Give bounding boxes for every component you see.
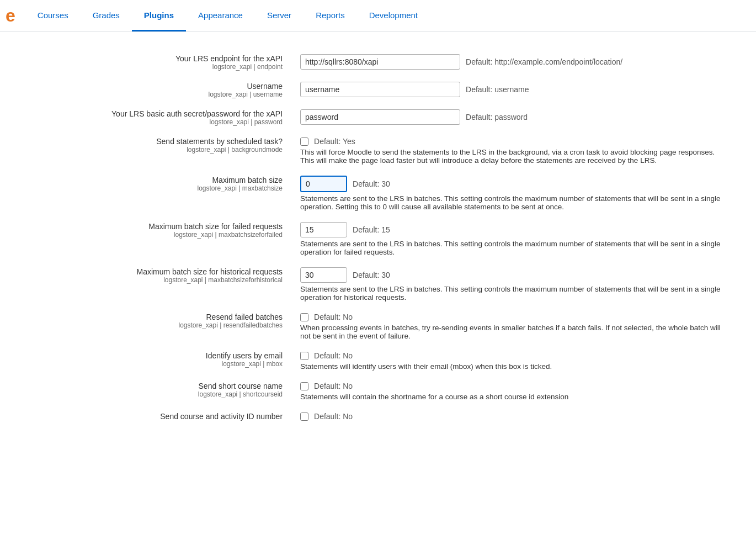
navigation-bar: e Courses Grades Plugins Appearance Serv… [0, 0, 756, 32]
setting-mbox: Identify users by email logstore_xapi | … [22, 346, 734, 376]
tab-courses[interactable]: Courses [25, 1, 81, 31]
sendcourseactivity-label: Send course and activity ID number [29, 412, 283, 421]
mbox-checkbox[interactable] [300, 352, 308, 360]
username-input[interactable] [300, 82, 460, 97]
backgroundmode-default: Default: Yes [314, 137, 355, 146]
endpoint-input[interactable] [300, 54, 460, 70]
backgroundmode-description: This will force Moodle to send the state… [300, 148, 727, 165]
endpoint-default: Default: http://example.com/endpoint/loc… [466, 57, 622, 66]
setting-maxbatchsizeforfailed: Maximum batch size for failed requests l… [22, 216, 734, 262]
backgroundmode-label: Send statements by scheduled task? [29, 137, 283, 146]
backgroundmode-checkbox[interactable] [300, 138, 308, 146]
maxbatchsizeforfailed-sublabel: logstore_xapi | maxbatchsizeforfailed [29, 231, 283, 239]
maxbatchsize-description: Statements are sent to the LRS in batche… [300, 194, 727, 211]
maxbatchsize-label: Maximum batch size [29, 176, 283, 184]
mbox-sublabel: logstore_xapi | mbox [29, 360, 283, 368]
maxbatchsize-sublabel: logstore_xapi | maxbatchsize [29, 184, 283, 192]
maxbatchsize-default: Default: 30 [353, 179, 390, 188]
tab-reports[interactable]: Reports [304, 1, 357, 31]
maxbatchsizeforfailed-default: Default: 15 [353, 225, 390, 234]
maxbatchsizeforhistorical-input[interactable] [300, 267, 347, 283]
setting-maxbatchsizeforhistorical: Maximum batch size for historical reques… [22, 262, 734, 307]
sendcourseactivity-default: Default: No [314, 412, 353, 421]
maxbatchsizeforfailed-description: Statements are sent to the LRS in batche… [300, 240, 727, 256]
setting-resendfailedbatches: Resend failed batches logstore_xapi | re… [22, 307, 734, 346]
maxbatchsizeforfailed-label: Maximum batch size for failed requests [29, 222, 283, 231]
endpoint-label: Your LRS endpoint for the xAPI [29, 54, 283, 63]
backgroundmode-sublabel: logstore_xapi | backgroundmode [29, 146, 283, 154]
shortcourseid-description: Statements will contain the shortname fo… [300, 393, 727, 401]
maxbatchsizeforhistorical-label: Maximum batch size for historical reques… [29, 267, 283, 276]
resendfailedbatches-default: Default: No [314, 313, 353, 321]
shortcourseid-sublabel: logstore_xapi | shortcourseid [29, 390, 283, 398]
password-default: Default: password [466, 113, 528, 121]
setting-endpoint: Your LRS endpoint for the xAPI logstore_… [22, 49, 734, 76]
username-sublabel: logstore_xapi | username [29, 91, 283, 98]
tab-appearance[interactable]: Appearance [186, 1, 255, 31]
resendfailedbatches-sublabel: logstore_xapi | resendfailedbatches [29, 321, 283, 329]
resendfailedbatches-label: Resend failed batches [29, 313, 283, 321]
main-content: Your LRS endpoint for the xAPI logstore_… [0, 32, 756, 443]
password-sublabel: logstore_xapi | password [29, 118, 283, 126]
username-label: Username [29, 82, 283, 91]
mbox-default: Default: No [314, 351, 353, 360]
mbox-description: Statements will identify users with thei… [300, 362, 727, 371]
tab-plugins[interactable]: Plugins [132, 1, 186, 31]
maxbatchsize-input[interactable] [300, 176, 347, 192]
setting-shortcourseid: Send short course name logstore_xapi | s… [22, 376, 734, 406]
mbox-label: Identify users by email [29, 351, 283, 360]
password-input[interactable] [300, 109, 460, 125]
nav-tabs: Courses Grades Plugins Appearance Server… [25, 1, 430, 31]
shortcourseid-label: Send short course name [29, 382, 283, 390]
maxbatchsizeforfailed-input[interactable] [300, 222, 347, 237]
tab-development[interactable]: Development [357, 1, 430, 31]
password-label: Your LRS basic auth secret/password for … [29, 109, 283, 118]
maxbatchsizeforhistorical-sublabel: logstore_xapi | maxbatchsizeforhistorica… [29, 276, 283, 284]
setting-password: Your LRS basic auth secret/password for … [22, 104, 734, 131]
setting-sendcourseactivity: Send course and activity ID number Defau… [22, 406, 734, 426]
setting-maxbatchsize: Maximum batch size logstore_xapi | maxba… [22, 170, 734, 216]
maxbatchsizeforhistorical-description: Statements are sent to the LRS in batche… [300, 285, 727, 302]
setting-username: Username logstore_xapi | username Defaul… [22, 76, 734, 104]
setting-backgroundmode: Send statements by scheduled task? logst… [22, 131, 734, 170]
sendcourseactivity-checkbox[interactable] [300, 413, 308, 421]
username-default: Default: username [466, 85, 529, 94]
shortcourseid-checkbox[interactable] [300, 382, 308, 390]
site-logo: e [0, 0, 25, 31]
tab-server[interactable]: Server [255, 1, 304, 31]
resendfailedbatches-checkbox[interactable] [300, 313, 308, 321]
tab-grades[interactable]: Grades [81, 1, 132, 31]
maxbatchsizeforhistorical-default: Default: 30 [353, 271, 390, 279]
shortcourseid-default: Default: No [314, 382, 353, 390]
settings-table: Your LRS endpoint for the xAPI logstore_… [22, 49, 734, 426]
resendfailedbatches-description: When processing events in batches, try r… [300, 324, 727, 340]
endpoint-sublabel: logstore_xapi | endpoint [29, 63, 283, 71]
